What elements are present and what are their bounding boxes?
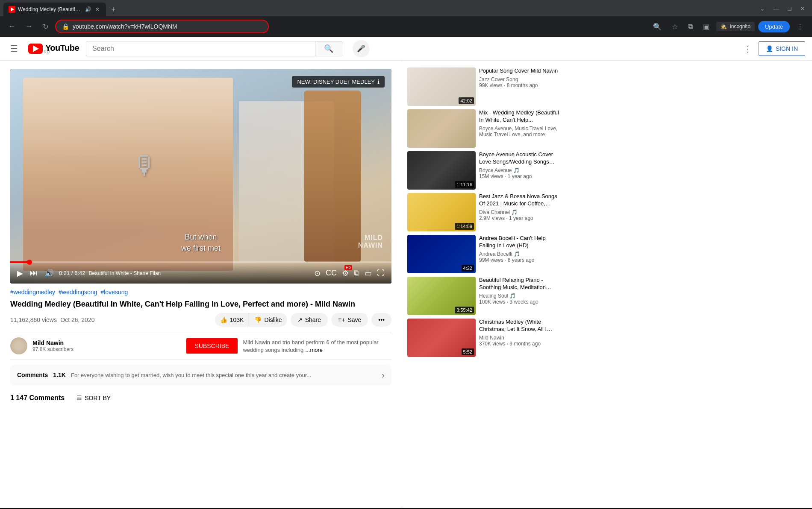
sidebar-item-info: Beautiful Relaxing Piano - Soothing Musi… [479,277,559,315]
volume-button[interactable]: 🔊 [43,267,56,280]
channel-row: Mild Nawin 97.8K subscribers SUBSCRIBE M… [10,332,391,360]
refresh-button[interactable]: ↻ [39,21,52,32]
search-container: 🔍 [86,41,342,56]
close-button[interactable]: ✕ [797,3,809,14]
hashtag-weddingmedley[interactable]: #weddingmedley [10,289,55,295]
sidebar-thumbnail: 3:55:42 [407,277,476,315]
save-icon: ≡+ [338,316,345,323]
theater-mode-button[interactable]: ▭ [363,267,374,280]
sign-in-button[interactable]: 👤 SIGN IN [759,41,805,56]
search-input[interactable] [86,41,315,56]
sidebar-item[interactable]: 1:11:16 Boyce Avenue Acoustic Cover Love… [407,151,559,190]
chevron-down-icon[interactable]: ⌄ [756,3,768,14]
channel-info: Mild Nawin 97.8K subscribers [32,339,181,352]
youtube-logo[interactable]: YouTube RU [28,43,79,54]
sidebar-item[interactable]: 5:52 Christmas Medley (White Christmas, … [407,319,559,357]
current-time: 0:21 / 6:42 [59,270,85,276]
search-button[interactable]: 🔍 [315,41,342,56]
hamburger-menu-button[interactable]: ☰ [7,40,21,57]
next-button[interactable]: ⏭ [28,267,39,279]
share-icon: ↗ [297,316,303,323]
hashtag-lovesong[interactable]: #lovesong [100,289,128,295]
forward-button[interactable]: → [22,21,36,32]
microphone-visual: 🎙 [132,151,158,180]
browser-tab-icon[interactable]: ⧉ [685,21,696,32]
sidebar-item-title: Best Jazz & Bossa Nova Songs Of 2021 | M… [479,193,559,208]
sidebar-item-info: Best Jazz & Bossa Nova Songs Of 2021 | M… [479,193,559,231]
sidebar-thumbnail: 4:22 [407,235,476,273]
video-right-controls: ⊙ CC ⚙ HD ⧉ ▭ ⛶ [312,267,386,280]
update-button[interactable]: Update [758,21,790,32]
hashtag-weddingsong[interactable]: #weddingsong [59,289,97,295]
sidebar-item[interactable]: 4:22 Andrea Bocelli - Can't Help Falling… [407,235,559,273]
new-tab-button[interactable]: + [108,3,119,16]
sidebar-item[interactable]: 42:02 Popular Song Cover Mild Nawin Jazz… [407,67,559,106]
settings-button[interactable]: ⚙ HD [340,267,350,280]
comments-total: 1 147 Comments [10,394,65,402]
microphone-button[interactable]: 🎤 [353,40,370,57]
comments-preview[interactable]: Comments 1.1K For everyone wishing to ge… [10,365,391,385]
tab-title: Wedding Medley (Beautiful ... [18,6,82,12]
autoplay-toggle[interactable]: ⊙ [312,267,322,280]
more-options-button[interactable]: ⋮ [740,40,755,57]
address-bar[interactable]: 🔒 [55,20,269,33]
tab-bar: Wedding Medley (Beautiful ... 🔊 ✕ + ⌄ — … [0,0,812,16]
video-track-title: Beautiful In White - Shane Filan [88,270,309,276]
main-content: 🎙 NEW! DISNEY DUET MEDLEY ℹ But when we … [0,61,812,508]
sidebar-thumbnail: 1:11:16 [407,151,476,190]
sort-button[interactable]: ☰ SORT BY [71,392,116,404]
youtube-logo-text: YouTube [45,43,79,53]
subscribe-button[interactable]: SUBSCRIBE [186,338,238,354]
url-input[interactable] [73,23,262,30]
like-button[interactable]: 👍 103K [215,313,249,327]
back-button[interactable]: ← [5,21,19,32]
bookmark-icon[interactable]: ☆ [668,21,681,32]
video-overlay-badge: NEW! DISNEY DUET MEDLEY ℹ [292,76,385,88]
channel-name[interactable]: Mild Nawin [32,339,181,346]
sidebar-thumbnail: 5:52 [407,319,476,357]
sign-in-label: SIGN IN [776,45,798,52]
sidebar-items-container: 42:02 Popular Song Cover Mild Nawin Jazz… [407,67,559,357]
more-options-video-button[interactable]: ••• [371,313,391,327]
sidebar-duration: 5:52 [462,348,474,355]
dislike-button[interactable]: 👎 Dislike [249,313,287,327]
video-subtitle: But when we first met [181,232,221,253]
youtube-logo-icon [28,44,43,54]
browser-search-icon[interactable]: 🔍 [650,21,665,32]
share-button[interactable]: ↗ Share [291,313,328,327]
active-tab[interactable]: Wedding Medley (Beautiful ... 🔊 ✕ [3,3,106,16]
comments-number: 1.1K [53,372,66,378]
maximize-button[interactable]: □ [785,3,795,14]
sidebar-item-info: Christmas Medley (White Christmas, Let I… [479,319,559,357]
comments-header: 1 147 Comments ☰ SORT BY [10,392,391,404]
more-button[interactable]: ...more [306,347,323,353]
sidebar-item[interactable]: 1:14:59 Best Jazz & Bossa Nova Songs Of … [407,193,559,231]
miniplayer-button[interactable]: ⧉ [352,267,361,279]
video-title: Wedding Medley (Beautiful In White, Can'… [10,299,391,310]
sidebar-item-channel: Jazz Cover Song [479,76,559,82]
video-player[interactable]: 🎙 NEW! DISNEY DUET MEDLEY ℹ But when we … [10,69,391,284]
browser-menu-icon[interactable]: ⋮ [793,21,807,32]
channel-avatar[interactable] [10,337,27,354]
video-hashtags: #weddingmedley #weddingsong #lovesong [10,289,391,295]
minimize-button[interactable]: — [770,3,783,14]
sidebar-duration: 3:55:42 [455,307,474,313]
sidebar-item-meta: 370K views · 9 months ago [479,341,559,347]
subtitles-button[interactable]: CC [324,267,338,279]
comments-label: Comments [17,372,48,378]
browser-actions: 🔍 ☆ ⧉ ▣ 🕵️ Incognito Update ⋮ [650,21,807,32]
comments-section: 1 147 Comments ☰ SORT BY [10,392,391,404]
sidebar-item[interactable]: 3:55:42 Beautiful Relaxing Piano - Sooth… [407,277,559,315]
fullscreen-button[interactable]: ⛶ [375,267,386,279]
avatar-image [10,337,27,354]
incognito-label: Incognito [730,23,750,29]
sidebar-item-meta: 100K views · 3 weeks ago [479,299,559,305]
browser-window-icon[interactable]: ▣ [700,21,713,32]
tab-close-button[interactable]: ✕ [94,5,101,14]
save-button[interactable]: ≡+ Save [331,313,368,327]
info-icon: ℹ [377,79,380,85]
youtube-header: ☰ YouTube RU 🔍 🎤 ⋮ 👤 SIGN IN [0,37,812,61]
sidebar-item[interactable]: Mix - Wedding Medley (Beautiful In White… [407,109,559,148]
play-icon [33,45,39,52]
play-pause-button[interactable]: ▶ [15,267,25,280]
